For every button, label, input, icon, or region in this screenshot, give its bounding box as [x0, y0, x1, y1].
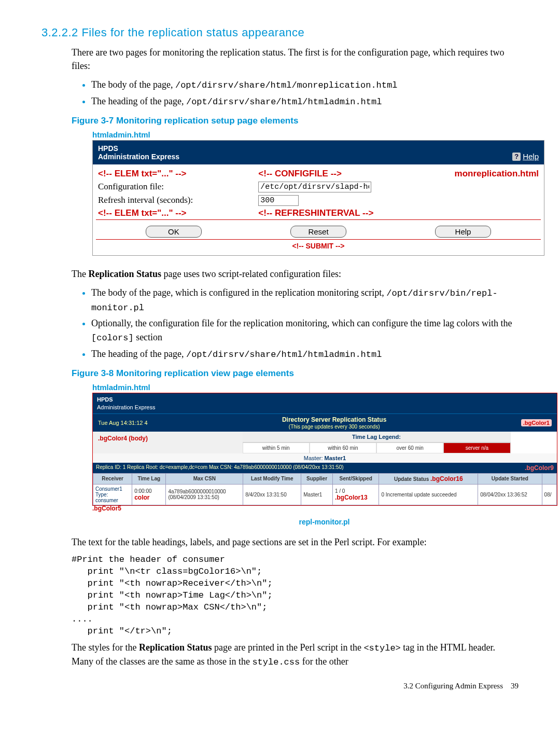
cell-sentskipped: 1 / 0.bgColor13: [332, 484, 379, 505]
code-inline: [colors]: [91, 333, 134, 343]
cell-maxcsn: 4a789ab6000000010000 (08/04/2009 13:31:5…: [166, 484, 243, 505]
annot-elem-2: <!-- ELEM txt="..." -->: [96, 207, 256, 219]
closing-paragraph: The styles for the Replication Status pa…: [72, 641, 519, 669]
bullet-body-script: The body of the page, which is configure…: [91, 286, 519, 314]
repl-monitor-caption: repl-monitor.pl: [92, 518, 556, 526]
figure-3-7-caption: Figure 3-7 Monitoring replication setup …: [72, 116, 519, 126]
annot-bgcolor9: .bgColor9: [525, 464, 554, 472]
cell-timelag: 0:00:00color: [132, 484, 166, 505]
fig38-subtitle: (This page updates every 300 seconds): [289, 424, 380, 430]
cell-receiver: Consumer1 Type: consumer: [93, 484, 132, 505]
th-supplier: Supplier: [301, 473, 333, 484]
fig37-top-label: htmladmin.html: [92, 130, 519, 139]
th-receiver: Receiver: [93, 473, 132, 484]
annot-bgcolor4: .bgColor4 (body): [98, 435, 148, 442]
th-sentskipped: Sent/Skipped: [332, 473, 379, 484]
bullet-heading-page-2: The heading of the page, /opt/dirsrv/sha…: [91, 347, 519, 362]
code-block: #Print the header of consumer print "\n<…: [72, 554, 519, 638]
bullets-config-files: The body of the page, /opt/dirsrv/share/…: [77, 78, 519, 108]
closing-prefix: The styles for the: [72, 642, 139, 653]
help-link[interactable]: Help: [523, 152, 539, 161]
annot-color: color: [134, 494, 149, 501]
config-file-input[interactable]: [258, 182, 371, 192]
page-footer: 3.2 Configuring Admin Express 39: [41, 682, 519, 690]
replication-table: Receiver Time Lag Max CSN Last Modify Ti…: [93, 473, 557, 505]
section-heading: 3.2.2.2 Files for the replication status…: [41, 26, 519, 39]
code-path: /opt/dirsrv/share/html/monreplication.ht…: [175, 80, 397, 90]
closing-bold: Replication Status: [139, 642, 212, 653]
th-timelag: Time Lag: [132, 473, 166, 484]
bullet-colors: Optionally, the configuration file for t…: [91, 316, 519, 345]
annot-bgcolor1: .bgColor1: [521, 419, 552, 426]
annot-bgcolor5: .bgColor5: [92, 505, 121, 512]
fig38-hdr-l2: Administration Express: [97, 404, 553, 411]
th-updatestarted: Update Started: [478, 473, 542, 484]
annot-refreshinterval: <!-- REFRESHINTERVAL -->: [256, 207, 541, 219]
th-updatestatus: Update Status .bgColor16: [379, 473, 478, 484]
replica-info: Replica ID: 1 Replica Root: dc=example,d…: [96, 464, 344, 472]
legend-60min: within 60 min: [310, 443, 376, 453]
bullet-body-page: The body of the page, /opt/dirsrv/share/…: [91, 78, 519, 92]
mid-suffix: page uses two script-related configurati…: [161, 269, 341, 279]
reset-button[interactable]: Reset: [290, 226, 346, 238]
bullet-text: The body of the page, which is configure…: [91, 287, 386, 298]
legend-over60: over 60 min: [376, 443, 443, 453]
annot-submit: <!-- SUBMIT -->: [96, 240, 541, 250]
bullet-text: The body of the page,: [91, 79, 175, 90]
annot-bgcolor13: .bgColor13: [335, 494, 368, 501]
th-lastmodify: Last Modify Time: [243, 473, 301, 484]
footer-section: 3.2 Configuring Admin Express: [403, 682, 503, 690]
closing-end: for the other: [300, 656, 348, 667]
perl-intro: The text for the table headings, labels,…: [72, 535, 519, 549]
cell-lastmodify: 8/4/20xx 13:31:50: [243, 484, 301, 505]
legend-na: server n/a: [443, 443, 510, 453]
closing-code2: style.css: [252, 657, 300, 667]
fig37-hdr-line2: Administration Express: [98, 153, 179, 161]
annot-elem-1: <!-- ELEM txt="..." -->: [96, 168, 256, 180]
annot-bgcolor16: .bgColor16: [430, 475, 463, 482]
bullet-text-end: section: [134, 332, 163, 342]
bullet-text: The heading of the page,: [91, 349, 186, 359]
bullet-text: Optionally, the configuration file for t…: [91, 318, 512, 328]
bullet-heading-page: The heading of the page, /opt/dirsrv/sha…: [91, 94, 519, 109]
footer-page-number: 39: [511, 682, 519, 690]
help-button[interactable]: Help: [435, 226, 491, 238]
annot-monrep: monreplication.html: [398, 168, 541, 180]
annot-configfile: <!-- CONFIGFILE -->: [256, 168, 398, 180]
intro-paragraph: There are two pages for monitoring the r…: [72, 46, 519, 73]
mid-paragraph: The Replication Status page uses two scr…: [72, 267, 519, 281]
mid-bold: Replication Status: [88, 269, 161, 279]
figure-3-8: htmladmin.html HPDS Administration Expre…: [92, 383, 556, 513]
th-maxcsn: Max CSN: [166, 473, 243, 484]
fig37-header: HPDS Administration Express ? Help: [93, 141, 544, 164]
cell-supplier: Master1: [301, 484, 333, 505]
legend-5min: within 5 min: [243, 443, 310, 453]
bullet-text: The heading of the page,: [91, 96, 186, 106]
refresh-input[interactable]: [258, 195, 299, 206]
figure-3-8-caption: Figure 3-8 Monitoring replication view p…: [72, 368, 519, 379]
help-icon[interactable]: ?: [512, 153, 521, 161]
fig38-title: Directory Server Replication Status: [282, 416, 386, 423]
code-path: /opt/dirsrv/share/html/htmladmin.html: [186, 350, 382, 360]
fig38-timestamp: Tue Aug 14:31:12 4: [98, 420, 148, 426]
cell-end: 08/: [542, 484, 556, 505]
cell-updatestarted: 08/04/20xx 13:36:52: [478, 484, 542, 505]
code-path: /opt/dirsrv/share/html/htmladmin.html: [186, 97, 382, 107]
fig37-hdr-line1: HPDS: [98, 144, 179, 153]
time-lag-legend-label: Time Lag Legend:: [243, 432, 511, 442]
fig38-hdr-l1: HPDS: [97, 396, 553, 403]
bullets-script-files: The body of the page, which is configure…: [77, 286, 519, 361]
refresh-label: Refresh interval (seconds):: [96, 194, 256, 207]
closing-code1: <style>: [363, 643, 400, 653]
closing-mid: page are printed in the Perl script in t…: [212, 642, 363, 653]
master-row: Master: Master1: [304, 455, 346, 461]
figure-3-7: htmladmin.html HPDS Administration Expre…: [92, 130, 519, 256]
cell-updatestatus: 0 Incremental update succeeded: [379, 484, 478, 505]
ok-button[interactable]: OK: [146, 226, 202, 238]
fig38-top-label: htmladmin.html: [92, 383, 556, 392]
config-file-label: Configuration file:: [96, 180, 256, 194]
mid-prefix: The: [72, 269, 88, 279]
fig38-header: HPDS Administration Express: [93, 393, 557, 413]
